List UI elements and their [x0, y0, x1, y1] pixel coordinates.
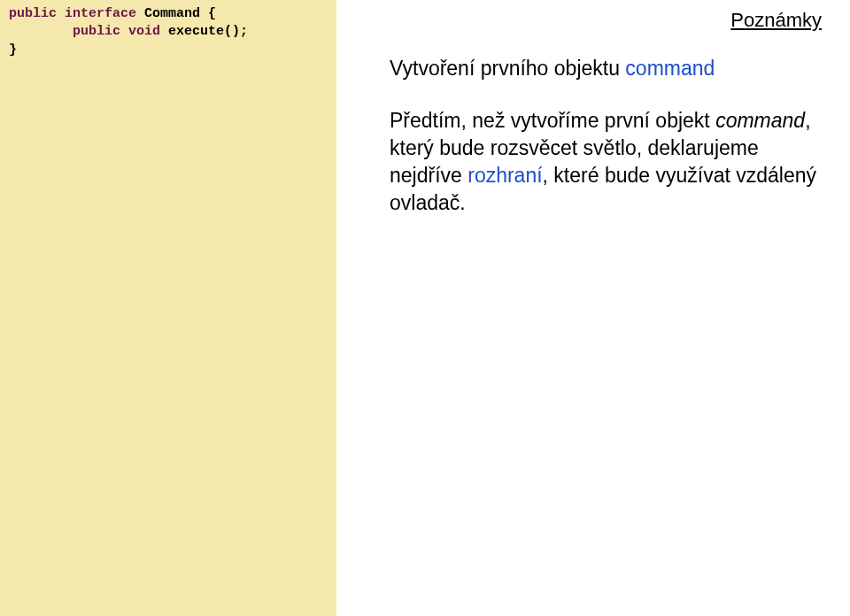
code-indent [9, 24, 73, 39]
keyword-public: public [73, 24, 120, 39]
body-leading: Předtím, než vytvoříme první objekt [390, 109, 715, 132]
title-highlight: command [625, 57, 715, 80]
body-highlight: rozhraní [468, 164, 542, 187]
notes-heading: Poznámky [730, 9, 822, 32]
code-classname: Command { [136, 6, 216, 21]
code-close: } [9, 42, 17, 58]
body-italic: command [715, 109, 805, 132]
body-paragraph: Předtím, než vytvoříme první objekt comm… [390, 107, 829, 217]
code-block: public interface Command { public void e… [9, 5, 328, 59]
code-panel: public interface Command { public void e… [0, 0, 336, 616]
keyword-public: public [9, 6, 57, 21]
title-text: Vytvoření prvního objektu [390, 57, 625, 80]
notes-panel: Poznámky Vytvoření prvního objektu comma… [336, 0, 850, 616]
section-title: Vytvoření prvního objektu command [390, 55, 829, 82]
keyword-interface: interface [65, 6, 136, 21]
keyword-void: void [128, 24, 160, 39]
code-method: execute(); [160, 24, 248, 39]
